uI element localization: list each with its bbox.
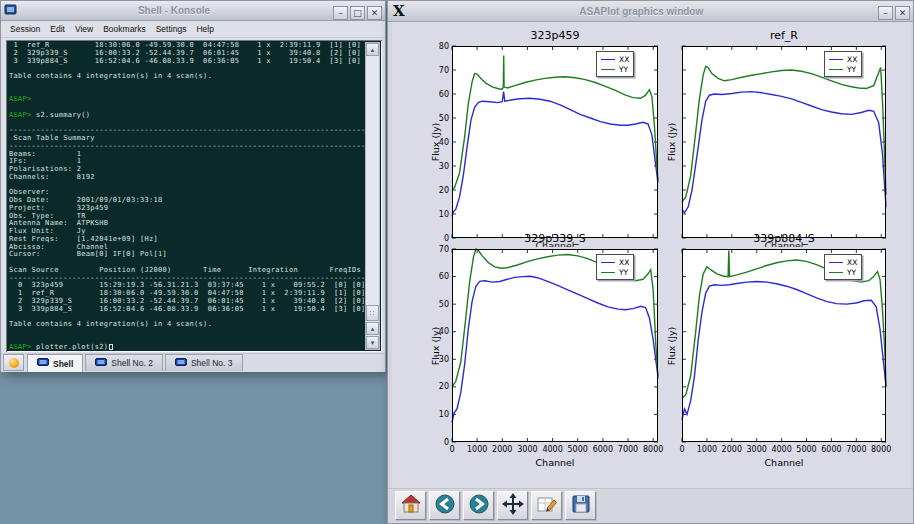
xaxis-label-339p884-s: Channel (744, 457, 824, 468)
subplot-title-339p884-s: 339p884_S (682, 232, 886, 245)
terminal-cursor (109, 344, 113, 350)
legend-label: YY (847, 268, 856, 277)
menu-edit[interactable]: Edit (45, 24, 70, 34)
konsole-titlebar[interactable]: Shell - Konsole –□✕ (1, 1, 385, 21)
tab-label: Shell (53, 359, 73, 369)
tab-label: Shell No. 3 (191, 358, 233, 368)
ytick-label: 0 (428, 234, 449, 243)
ytick-label: 20 (428, 382, 449, 391)
legend-label: XX (619, 55, 629, 64)
terminal-line (9, 89, 365, 97)
legend-line-swatch (601, 262, 615, 263)
legend-line-swatch (829, 69, 843, 70)
xtick-label: 7000 (614, 445, 642, 454)
terminal-line: 3 339p884_S 16:52:04.6 -46.08.33.9 06:36… (9, 306, 365, 314)
ytick-label: 50 (428, 300, 449, 309)
legend-line-swatch (601, 69, 615, 70)
xtick-label: 6000 (817, 445, 845, 454)
asap-prompt: ASAP> (9, 111, 32, 119)
save-button[interactable] (565, 491, 596, 520)
scroll-up-button[interactable]: ▲ (366, 43, 379, 56)
xtick-label: 3000 (743, 445, 771, 454)
konsole-maximize-button[interactable]: □ (350, 6, 365, 20)
scrollbar-thumb[interactable] (366, 305, 379, 321)
legend-entry-xx: XX (829, 257, 857, 267)
subplot-title-329p339-s: 329p339_S (452, 232, 658, 245)
session-ball-icon (9, 358, 19, 368)
ytick-label: 80 (428, 42, 449, 51)
asaplot-titlebar[interactable]: X ASAPlot graphics window –✕ (388, 1, 913, 22)
konsole-minimize-button[interactable]: – (333, 6, 348, 20)
ytick-label: 20 (428, 186, 449, 195)
x11-icon: X (391, 4, 407, 19)
legend-label: YY (619, 268, 628, 277)
plot-toolbar (388, 488, 913, 522)
tab-shell[interactable]: Shell (27, 354, 83, 372)
forward-button[interactable] (463, 491, 494, 520)
yaxis-label-339p884-s: Flux (Jy) (666, 326, 677, 365)
legend-line-swatch (829, 59, 843, 60)
menu-help[interactable]: Help (191, 24, 218, 34)
xtick-label: 5000 (793, 445, 821, 454)
menu-session[interactable]: Session (5, 24, 45, 34)
xtick-label: 5000 (564, 445, 592, 454)
asap-prompt: ASAP> (9, 343, 32, 350)
ytick-label: 10 (428, 410, 449, 419)
tab-shell-no-3[interactable]: Shell No. 3 (165, 354, 243, 371)
legend-entry-xx: XX (601, 257, 629, 267)
menu-bookmarks[interactable]: Bookmarks (98, 24, 151, 34)
tab-label: Shell No. 2 (111, 358, 153, 368)
save-icon (570, 493, 592, 519)
legend-entry-yy: YY (829, 64, 857, 74)
legend-entry-yy: YY (829, 267, 857, 277)
shell-tab-icon (95, 358, 107, 369)
asaplot-close-button[interactable]: ✕ (895, 6, 910, 20)
konsole-close-button[interactable]: ✕ (367, 6, 382, 20)
xtick-label: 0 (668, 445, 696, 454)
subplots-button[interactable] (531, 491, 562, 520)
ytick-label: 70 (428, 245, 449, 254)
legend-label: XX (619, 258, 629, 267)
new-session-button[interactable] (3, 354, 24, 371)
legend-entry-yy: YY (601, 267, 629, 277)
xtick-label: 8000 (639, 445, 667, 454)
ytick-label: 60 (428, 272, 449, 281)
xtick-label: 3000 (513, 445, 541, 454)
menu-settings[interactable]: Settings (151, 24, 192, 34)
terminal-line (9, 329, 365, 337)
menu-view[interactable]: View (70, 24, 98, 34)
xtick-label: 1000 (693, 445, 721, 454)
back-button[interactable] (429, 491, 460, 520)
ytick-label: 10 (428, 210, 449, 219)
tab-shell-no-2[interactable]: Shell No. 2 (85, 354, 163, 371)
subplot-title-ref-r: ref_R (682, 29, 886, 42)
scroll-down-button[interactable]: ▼ (366, 336, 379, 349)
konsole-tabbar: ShellShell No. 2Shell No. 3 (1, 353, 385, 372)
legend-323p459: XXYY (596, 51, 634, 77)
forward-icon (468, 493, 490, 519)
legend-entry-xx: XX (601, 54, 629, 64)
konsole-app-icon (4, 2, 17, 20)
scroll-up-button-2[interactable]: ▲ (366, 322, 379, 335)
terminal-line: Channels: 8192 (9, 174, 365, 182)
terminal-line: ASAP> plotter.plot(s2) (9, 344, 365, 350)
legend-line-swatch (829, 262, 843, 263)
back-icon (434, 493, 456, 519)
pan-button[interactable] (497, 491, 528, 520)
terminal-scrollbar[interactable]: ▲ ▲ ▼ (365, 42, 380, 350)
legend-339p884-s: XXYY (824, 254, 862, 280)
legend-label: YY (619, 65, 628, 74)
xtick-label: 2000 (718, 445, 746, 454)
ytick-label: 30 (428, 162, 449, 171)
terminal-output[interactable]: 1 ref_R 18:30:06.0 -49.59.30.0 04:47:58 … (9, 42, 365, 350)
asaplot-window-buttons: –✕ (876, 2, 910, 20)
xtick-label: 7000 (842, 445, 870, 454)
konsole-window-title: Shell - Konsole (20, 5, 328, 16)
home-button[interactable] (395, 491, 426, 520)
yaxis-label-329p339-s: Flux (Jy) (430, 326, 441, 365)
terminal-frame: 1 ref_R 18:30:06.0 -49.59.30.0 04:47:58 … (6, 40, 382, 352)
konsole-menubar: SessionEditViewBookmarksSettingsHelp (1, 21, 385, 38)
xtick-label: 1000 (463, 445, 491, 454)
asaplot-minimize-button[interactable]: – (878, 6, 893, 20)
ytick-label: 70 (428, 66, 449, 75)
